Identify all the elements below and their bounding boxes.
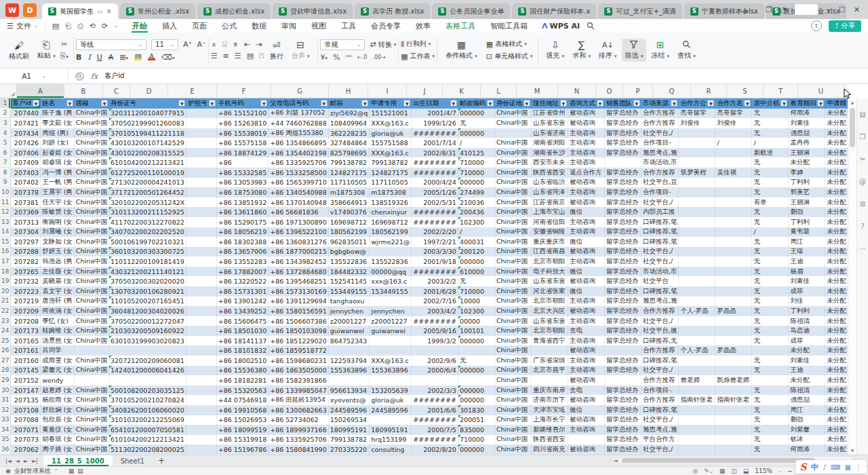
cell-K16[interactable]: 200120: [458, 247, 495, 257]
cell-B12[interactable]: 陈敏赟 (女: [41, 207, 75, 217]
cell-F30[interactable]: +86 15320563: [217, 385, 269, 396]
cell-A34[interactable]: 207071: [11, 425, 41, 435]
cell-Q30[interactable]: [679, 385, 715, 396]
cell-R33[interactable]: [715, 415, 752, 425]
cell-K22[interactable]: 102300: [458, 306, 495, 316]
cell-T23[interactable]: 陈祖清: [789, 316, 825, 326]
cell-A30[interactable]: 207147: [11, 385, 41, 396]
cell-I10[interactable]: m1875308: [370, 187, 412, 197]
cell-D17[interactable]: 110112200109181419: [109, 256, 186, 267]
paste-button[interactable]: ⎗ 粘贴 ▾: [34, 39, 59, 62]
cell-B23[interactable]: 季忆 (女): [41, 316, 75, 326]
header-cell-J1[interactable]: 出生日期▼: [412, 98, 458, 109]
cell-K18[interactable]: 610000: [458, 267, 495, 277]
cell-E36[interactable]: [186, 444, 217, 455]
cell-G3[interactable]: +44 7460762888: [269, 118, 329, 128]
cell-S12[interactable]: 无: [752, 207, 789, 217]
cell-G21[interactable]: +86 1391129694: [269, 297, 329, 307]
cell-M22[interactable]: 北京大兴区: [532, 306, 568, 316]
cell-C11[interactable]: China中国: [75, 197, 109, 208]
cell-H31[interactable]: xyevents@: [329, 395, 370, 405]
cell-G11[interactable]: +86 1370140948: [269, 197, 329, 208]
header-cell-I1[interactable]: 申请专用▼: [370, 98, 412, 109]
cell-P2[interactable]: 合作方推荐: [642, 109, 679, 119]
cell-Q12[interactable]: [679, 207, 715, 217]
cell-A31[interactable]: 207135: [11, 395, 41, 405]
cell-E24[interactable]: [186, 326, 217, 336]
cell-I25[interactable]: [370, 336, 412, 346]
cell-K15[interactable]: 400031: [458, 237, 495, 247]
cell-R14[interactable]: [715, 227, 752, 238]
cell-I27[interactable]: XXX@163.c: [370, 356, 412, 366]
cell-O28[interactable]: 留学总经办: [605, 366, 642, 376]
cell-E10[interactable]: [186, 187, 217, 197]
cell-G27[interactable]: +86 1598680231: [269, 356, 329, 366]
cell-I22[interactable]: jennychen: [370, 306, 412, 316]
cell-S21[interactable]: 无: [752, 297, 789, 307]
cell-K14[interactable]: /: [458, 227, 495, 238]
cell-J6[interactable]: 2002/8/31: [412, 148, 458, 158]
cell-J13[interactable]: ########: [412, 217, 458, 227]
cell-P17[interactable]: 社交平台,/: [642, 256, 679, 267]
cell-S27[interactable]: 无: [752, 356, 789, 366]
cell-B36[interactable]: 周子路 (女: [41, 444, 75, 455]
column-header-F[interactable]: F: [217, 84, 271, 98]
cell-Q19[interactable]: [679, 276, 715, 286]
cell-O22[interactable]: 留学总经办: [605, 306, 642, 316]
cell-H3[interactable]: 108409964: [329, 118, 370, 128]
ime-toolbar[interactable]: S 中 ♪ ⌨ ▦ ⋮: [795, 460, 867, 474]
cell-G10[interactable]: +86 1340540988: [269, 187, 329, 197]
cell-L34[interactable]: China中国: [495, 425, 532, 435]
scroll-up-icon[interactable]: ▲: [848, 98, 856, 107]
cell-A5[interactable]: 207426: [11, 138, 41, 148]
cell-R35[interactable]: [715, 435, 752, 445]
sort-button[interactable]: A↓ 排序 ▾: [595, 39, 620, 62]
cell-M28[interactable]: 北京市昌平: [532, 366, 568, 376]
cell-F25[interactable]: +86 18141137: [217, 336, 269, 346]
cell-S8[interactable]: 无: [752, 168, 789, 178]
cell-R36[interactable]: [715, 444, 752, 455]
cell-S14[interactable]: /: [752, 227, 789, 238]
cell-T14[interactable]: 黄韦慧: [789, 227, 825, 238]
filter-dropdown-icon[interactable]: ▼: [178, 100, 185, 107]
format-painter-button[interactable]: 🖌 格式刷: [5, 39, 33, 61]
row-header-29[interactable]: 29: [0, 375, 11, 385]
cell-J22[interactable]: 2003/4/2: [412, 306, 458, 316]
cell-D10[interactable]: 371721200501264452: [109, 187, 186, 197]
cell-N33[interactable]: 被动咨询: [568, 415, 605, 425]
row-header-4[interactable]: 4: [0, 128, 11, 138]
column-header-K[interactable]: K: [443, 84, 481, 98]
cell-Q35[interactable]: [679, 435, 715, 445]
panel-board-icon[interactable]: ▤: [859, 111, 865, 118]
cell-C5[interactable]: China中国: [75, 138, 109, 148]
cell-U31[interactable]: 未分配: [825, 395, 848, 405]
first-sheet-icon[interactable]: |◄: [5, 458, 12, 464]
cell-G26[interactable]: +86 1859518772: [269, 345, 329, 356]
worksheet-button[interactable]: ▦ 工作表▾: [401, 52, 435, 61]
cell-S34[interactable]: 无: [752, 425, 789, 435]
cell-K36[interactable]: 000000: [458, 444, 495, 455]
cell-C35[interactable]: China中国: [75, 435, 109, 445]
cell-H5[interactable]: 327484864: [329, 138, 370, 148]
cell-D14[interactable]: 340702200202202520: [109, 227, 186, 238]
cell-N11[interactable]: 被动咨询: [568, 197, 605, 208]
filter-dropdown-icon[interactable]: ▼: [321, 100, 328, 107]
cell-J16[interactable]: 2003/3/30: [412, 247, 458, 257]
page-break-view-icon[interactable]: ⬓: [743, 468, 749, 474]
cell-O4[interactable]: 留学总经办: [605, 128, 642, 138]
cell-U21[interactable]: 未分配: [825, 297, 848, 307]
cell-U19[interactable]: 未分配: [825, 276, 848, 286]
cell-M35[interactable]: 陕西省西安: [532, 435, 568, 445]
cell-Q3[interactable]: 刘俊伶: [679, 118, 715, 128]
row-header-15[interactable]: 15: [0, 237, 11, 247]
cell-M12[interactable]: 上海市宝山: [532, 207, 568, 217]
document-tab[interactable]: S可过_支付宝+_滴滴: [598, 3, 682, 19]
cell-H26[interactable]: [329, 345, 370, 356]
document-tab[interactable]: S贷款申请信息.xlsx: [273, 3, 353, 19]
cell-F11[interactable]: +86 13851932: [217, 197, 269, 208]
filter-dropdown-icon[interactable]: ▼: [671, 100, 677, 107]
cell-P35[interactable]: 平台合作方: [642, 435, 679, 445]
cell-F31[interactable]: +44 07546918: [217, 395, 269, 405]
cell-E32[interactable]: [186, 405, 217, 415]
cell-G6[interactable]: +86 1354402198: [269, 148, 329, 158]
